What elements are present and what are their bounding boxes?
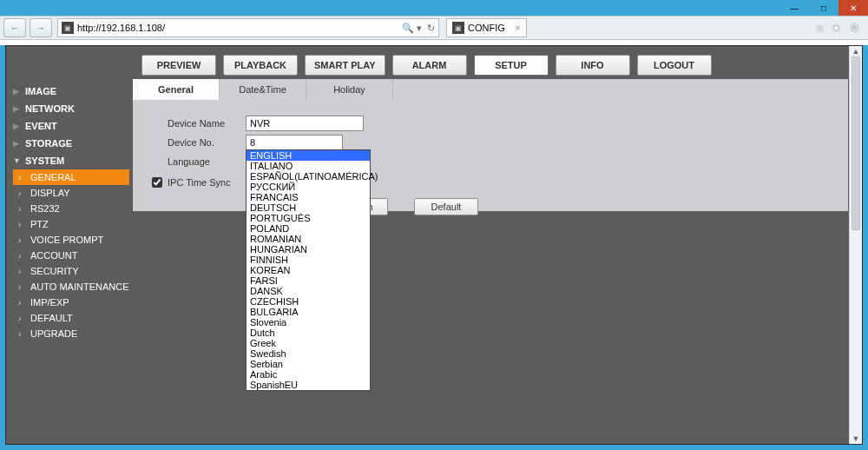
window-close-button[interactable]: ✕ [838,0,868,16]
language-option[interactable]: ENGLISH [247,150,370,161]
tab-favicon-icon: ▣ [452,22,464,34]
sidebar: ▶IMAGE ▶NETWORK ▶EVENT ▶STORAGE ▼SYSTEM … [6,79,133,442]
sidebar-item-label: UPGRADE [30,328,77,339]
sidebar-item-automaint[interactable]: ›AUTO MAINTENANCE [13,279,129,294]
browser-toolbar: ← → ▣ http://192.168.1.108/ 🔍 ▾ ↻ ▣ CONF… [0,16,868,40]
url-host: 192.168.1.108/ [102,23,165,33]
nav-alarm[interactable]: ALARM [392,55,467,76]
language-option[interactable]: HUNGARIAN [247,244,370,255]
sidebar-section-event[interactable]: ▶EVENT [13,117,129,135]
window-minimize-button[interactable]: — [779,0,809,16]
language-option[interactable]: POLAND [247,223,370,234]
scrollbar-vertical[interactable]: ▲ ▼ [849,46,862,444]
sidebar-label: SYSTEM [25,156,64,166]
scroll-up-icon[interactable]: ▲ [850,46,862,56]
language-option[interactable]: Dutch [247,328,370,338]
nav-playback[interactable]: PLAYBACK [223,55,298,76]
search-icon[interactable]: 🔍 ▾ [402,23,422,34]
sidebar-label: NETWORK [25,103,75,114]
nav-info[interactable]: INFO [556,55,630,76]
nav-smartplay[interactable]: SMART PLAY [305,55,385,76]
language-option[interactable]: РУССКИЙ [247,182,370,192]
language-option[interactable]: Slovenia [247,317,370,328]
ipc-sync-checkbox[interactable] [152,177,162,188]
sidebar-item-account[interactable]: ›ACCOUNT [13,248,129,263]
sidebar-label: EVENT [25,121,57,131]
subtab-holiday[interactable]: Holiday [306,79,393,100]
language-option[interactable]: PORTUGUÊS [247,213,370,223]
nav-preview[interactable]: PREVIEW [141,55,216,76]
sidebar-item-label: ACCOUNT [30,250,77,261]
language-label: Language [168,156,246,167]
sidebar-item-label: DEFAULT [30,313,73,323]
sidebar-item-label: GENERAL [30,172,76,182]
sidebar-section-system[interactable]: ▼SYSTEM [13,152,129,169]
language-option[interactable]: Arabic [247,369,370,380]
sidebar-item-label: VOICE PROMPT [30,235,103,245]
scroll-down-icon[interactable]: ▼ [850,433,862,444]
sidebar-item-impexp[interactable]: ›IMP/EXP [13,294,129,310]
sidebar-item-label: DISPLAY [30,188,70,198]
subtab-general[interactable]: General [133,79,220,100]
top-nav: PREVIEW PLAYBACK SMART PLAY ALARM SETUP … [6,46,862,79]
language-option[interactable]: ITALIANO [247,161,370,171]
sidebar-item-label: AUTO MAINTENANCE [30,281,128,292]
sidebar-section-storage[interactable]: ▶STORAGE [13,135,129,152]
language-option[interactable]: FARSI [247,275,370,286]
language-option[interactable]: KOREAN [247,265,370,275]
nav-setup[interactable]: SETUP [474,55,549,76]
sidebar-item-display[interactable]: ›DISPLAY [13,185,129,201]
device-no-input[interactable] [246,135,343,150]
nav-logout[interactable]: LOGOUT [637,55,712,76]
language-option[interactable]: ROMANIAN [247,234,370,244]
device-name-input[interactable] [246,116,364,131]
language-option[interactable]: Serbian [247,359,370,369]
browser-tab[interactable]: ▣ CONFIG × [446,18,527,37]
forward-button[interactable]: → [30,18,52,37]
star-icon[interactable]: ★ [832,22,841,34]
language-option[interactable]: Swedish [247,348,370,359]
tab-title: CONFIG [468,23,505,33]
language-option[interactable]: DEUTSCH [247,202,370,213]
sidebar-item-general[interactable]: ›GENERAL [13,169,129,185]
content: General Date&Time Holiday Device Name De… [133,79,862,442]
app-frame: PREVIEW PLAYBACK SMART PLAY ALARM SETUP … [5,45,863,445]
home-icon[interactable]: ⌂ [817,22,823,34]
sidebar-section-image[interactable]: ▶IMAGE [13,83,129,100]
subtabs: General Date&Time Holiday [133,79,848,100]
subtab-datetime[interactable]: Date&Time [220,79,306,100]
language-option[interactable]: CZECHISH [247,296,370,307]
address-bar[interactable]: ▣ http://192.168.1.108/ 🔍 ▾ ↻ [57,18,439,37]
sidebar-item-ptz[interactable]: ›PTZ [13,216,129,232]
language-option[interactable]: FINNISH [247,255,370,265]
sidebar-item-rs232[interactable]: ›RS232 [13,201,129,216]
sidebar-item-label: PTZ [30,219,49,229]
sidebar-item-label: IMP/EXP [30,297,69,308]
sidebar-item-label: RS232 [30,203,60,214]
scrollbar-thumb[interactable] [852,56,860,230]
default-button[interactable]: Default [414,198,478,215]
sidebar-item-upgrade[interactable]: ›UPGRADE [13,326,129,341]
language-option[interactable]: BULGARIA [247,307,370,317]
general-panel: Device Name Device No. Language IPC Time… [133,100,848,211]
sidebar-section-network[interactable]: ▶NETWORK [13,100,129,117]
sidebar-item-default[interactable]: ›DEFAULT [13,310,129,326]
tab-close-icon[interactable]: × [515,23,520,33]
favicon-icon: ▣ [62,22,74,34]
sidebar-item-security[interactable]: ›SECURITY [13,263,129,279]
back-button[interactable]: ← [3,18,26,37]
window-titlebar: — □ ✕ [0,0,868,16]
window-maximize-button[interactable]: □ [809,0,838,16]
language-option[interactable]: DANSK [247,286,370,296]
refresh-icon[interactable]: ↻ [427,23,435,34]
language-option[interactable]: ESPAÑOL(LATINOAMÉRICA) [247,171,370,182]
language-option[interactable]: Greek [247,338,370,348]
url-prefix: http:// [77,23,102,33]
ipc-sync-label: IPC Time Sync [168,177,231,188]
language-dropdown[interactable]: ENGLISHITALIANOESPAÑOL(LATINOAMÉRICA)РУС… [246,149,371,391]
language-option[interactable]: FRANCAIS [247,192,370,202]
device-no-label: Device No. [168,137,246,148]
gear-icon[interactable]: ⚙ [850,22,859,34]
language-option[interactable]: SpanishEU [247,380,370,390]
sidebar-item-voice[interactable]: ›VOICE PROMPT [13,232,129,248]
